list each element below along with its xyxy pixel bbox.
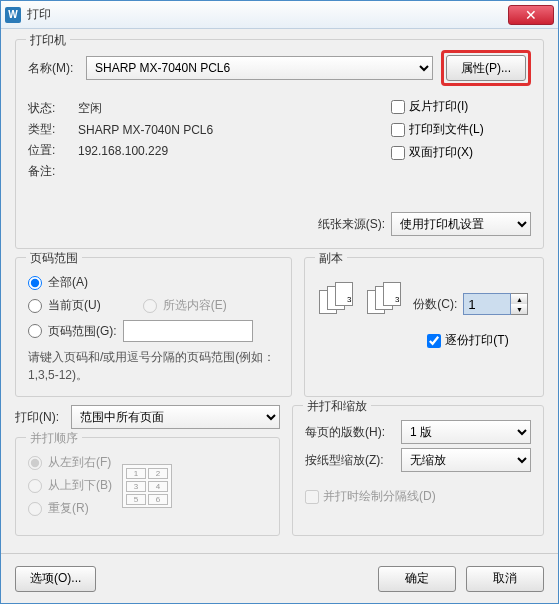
comment-label: 备注: bbox=[28, 163, 78, 180]
print-what-select[interactable]: 范围中所有页面 bbox=[71, 405, 280, 429]
print-what-label: 打印(N): bbox=[15, 409, 65, 426]
paper-source-label: 纸张来源(S): bbox=[318, 216, 385, 233]
range-selection-radio bbox=[143, 299, 157, 313]
copies-title: 副本 bbox=[315, 250, 347, 267]
pages-per-sheet-select[interactable]: 1 版 bbox=[401, 420, 531, 444]
app-icon: W bbox=[5, 7, 21, 23]
printer-name-label: 名称(M): bbox=[28, 60, 78, 77]
duplex-checkbox[interactable]: 双面打印(X) bbox=[391, 144, 531, 161]
order-repeat-radio bbox=[28, 502, 42, 516]
scale-to-label: 按纸型缩放(Z): bbox=[305, 452, 395, 469]
copies-input[interactable] bbox=[463, 293, 511, 315]
range-pages-radio[interactable] bbox=[28, 324, 42, 338]
order-lr-radio bbox=[28, 456, 42, 470]
range-current-radio[interactable] bbox=[28, 299, 42, 313]
copies-label: 份数(C): bbox=[413, 296, 457, 313]
pages-per-sheet-label: 每页的版数(H): bbox=[305, 424, 395, 441]
cancel-button[interactable]: 取消 bbox=[466, 566, 544, 592]
page-range-group: 页码范围 全部(A) 当前页(U) 所选内容(E) 页码范围(G): 请键入页码… bbox=[15, 257, 292, 397]
draw-lines-checkbox: 并打时绘制分隔线(D) bbox=[305, 488, 436, 505]
collate-icon: 123 bbox=[365, 282, 405, 318]
spin-up-icon[interactable]: ▲ bbox=[511, 294, 527, 304]
print-to-file-checkbox[interactable]: 打印到文件(L) bbox=[391, 121, 531, 138]
scale-to-select[interactable]: 无缩放 bbox=[401, 448, 531, 472]
collate-checkbox[interactable]: 逐份打印(T) bbox=[427, 332, 531, 349]
where-label: 位置: bbox=[28, 142, 78, 159]
copies-spinner[interactable]: ▲▼ bbox=[463, 293, 528, 315]
print-order-group: 并打顺序 从左到右(F) 从上到下(B) 重复(R) 123456 bbox=[15, 437, 280, 536]
scale-group: 并打和缩放 每页的版数(H):1 版 按纸型缩放(Z):无缩放 并打时绘制分隔线… bbox=[292, 405, 544, 536]
window-title: 打印 bbox=[27, 6, 508, 23]
copies-group: 副本 123 123 份数(C): ▲▼ 逐份打印(T) bbox=[304, 257, 544, 397]
reverse-print-checkbox[interactable]: 反片打印(I) bbox=[391, 98, 531, 115]
type-value: SHARP MX-7040N PCL6 bbox=[78, 123, 213, 137]
order-tb-radio bbox=[28, 479, 42, 493]
order-title: 并打顺序 bbox=[26, 430, 82, 447]
type-label: 类型: bbox=[28, 121, 78, 138]
collate-icon: 123 bbox=[317, 282, 357, 318]
page-range-title: 页码范围 bbox=[26, 250, 82, 267]
properties-highlight: 属性(P)... bbox=[441, 50, 531, 86]
order-preview-icon: 123456 bbox=[122, 464, 172, 508]
footer: 选项(O)... 确定 取消 bbox=[1, 553, 558, 603]
titlebar: W 打印 ✕ bbox=[1, 1, 558, 29]
printer-group: 打印机 名称(M): SHARP MX-7040N PCL6 属性(P)... … bbox=[15, 39, 544, 249]
ok-button[interactable]: 确定 bbox=[378, 566, 456, 592]
page-range-hint: 请键入页码和/或用逗号分隔的页码范围(例如：1,3,5-12)。 bbox=[28, 348, 279, 384]
scale-title: 并打和缩放 bbox=[303, 398, 371, 415]
printer-group-title: 打印机 bbox=[26, 32, 70, 49]
status-value: 空闲 bbox=[78, 100, 102, 117]
range-all-radio[interactable] bbox=[28, 276, 42, 290]
where-value: 192.168.100.229 bbox=[78, 144, 168, 158]
printer-name-select[interactable]: SHARP MX-7040N PCL6 bbox=[86, 56, 433, 80]
status-label: 状态: bbox=[28, 100, 78, 117]
options-button[interactable]: 选项(O)... bbox=[15, 566, 96, 592]
close-button[interactable]: ✕ bbox=[508, 5, 554, 25]
page-range-input[interactable] bbox=[123, 320, 253, 342]
print-dialog: W 打印 ✕ 打印机 名称(M): SHARP MX-7040N PCL6 属性… bbox=[0, 0, 559, 604]
properties-button[interactable]: 属性(P)... bbox=[446, 55, 526, 81]
spin-down-icon[interactable]: ▼ bbox=[511, 304, 527, 314]
paper-source-select[interactable]: 使用打印机设置 bbox=[391, 212, 531, 236]
